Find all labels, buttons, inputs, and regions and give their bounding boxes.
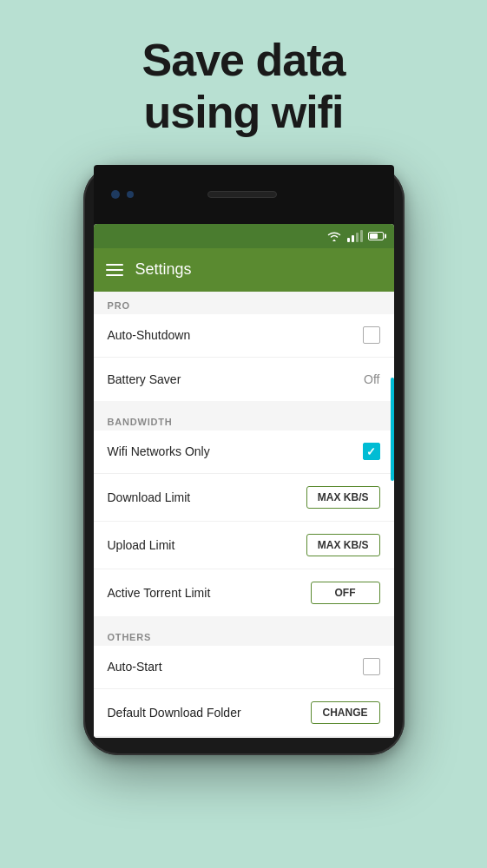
camera-area (111, 190, 134, 199)
row-wifi-networks-only: Wifi Networks Only (94, 431, 394, 474)
row-default-download-folder: Default Download Folder CHANGE (94, 689, 394, 737)
section-header-others: OTHERS (94, 623, 394, 646)
wifi-networks-only-label: Wifi Networks Only (108, 444, 210, 458)
wifi-networks-only-checkbox[interactable] (363, 443, 380, 460)
row-upload-limit: Upload Limit MAX KB/S (94, 522, 394, 569)
row-auto-shutdown: Auto-Shutdown (94, 314, 394, 358)
upload-limit-label: Upload Limit (108, 538, 175, 552)
settings-content: PRO Auto-Shutdown Battery Saver Off BAND… (94, 292, 394, 738)
status-bar (94, 224, 394, 248)
default-download-folder-label: Default Download Folder (108, 706, 241, 720)
download-limit-label: Download Limit (108, 490, 191, 504)
app-bar-title: Settings (135, 260, 192, 279)
auto-start-label: Auto-Start (108, 660, 162, 674)
row-incoming-port: Incoming Port 0 (94, 737, 394, 738)
auto-start-checkbox[interactable] (363, 658, 380, 675)
default-download-folder-button[interactable]: CHANGE (311, 701, 380, 724)
phone-top-bar (94, 165, 394, 224)
active-torrent-limit-label: Active Torrent Limit (108, 586, 211, 600)
battery-saver-label: Battery Saver (108, 372, 181, 386)
section-header-bandwidth: BANDWIDTH (94, 408, 394, 431)
wifi-icon (326, 230, 342, 242)
battery-saver-value: Off (364, 372, 379, 386)
hero-line1: Save data (142, 35, 346, 85)
upload-limit-button[interactable]: MAX KB/S (306, 534, 380, 556)
hero-section: Save data using wifi (142, 35, 346, 139)
camera-dot-1 (111, 190, 120, 199)
active-torrent-limit-button[interactable]: OFF (311, 582, 380, 604)
auto-shutdown-label: Auto-Shutdown (108, 328, 191, 342)
battery-icon (368, 232, 384, 240)
phone-device: Settings PRO Auto-Shutdown Battery Saver… (83, 165, 405, 755)
settings-section-bandwidth: Wifi Networks Only Download Limit MAX KB… (94, 431, 394, 616)
speaker-bar (207, 191, 277, 198)
row-battery-saver: Battery Saver Off (94, 358, 394, 401)
signal-bars (347, 230, 363, 242)
settings-section-pro: Auto-Shutdown Battery Saver Off (94, 314, 394, 401)
settings-section-others: Auto-Start Default Download Folder CHANG… (94, 646, 394, 738)
auto-shutdown-checkbox[interactable] (363, 326, 380, 344)
row-download-limit: Download Limit MAX KB/S (94, 474, 394, 522)
hero-line2: using wifi (144, 87, 344, 137)
row-active-torrent-limit: Active Torrent Limit OFF (94, 569, 394, 616)
hamburger-menu-icon[interactable] (106, 264, 123, 276)
download-limit-button[interactable]: MAX KB/S (306, 486, 380, 509)
app-bar: Settings (94, 248, 394, 292)
section-header-pro: PRO (94, 292, 394, 314)
camera-dot-2 (127, 191, 134, 198)
scroll-indicator (391, 378, 394, 480)
row-auto-start: Auto-Start (94, 646, 394, 689)
phone-screen: Settings PRO Auto-Shutdown Battery Saver… (94, 224, 394, 738)
